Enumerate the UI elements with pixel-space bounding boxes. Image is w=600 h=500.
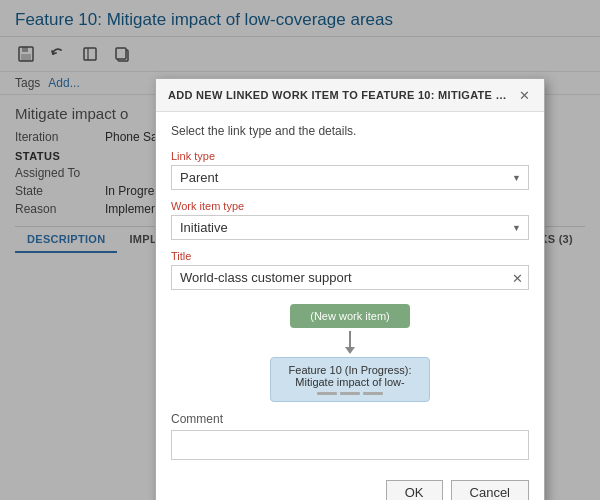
title-label: Title (171, 250, 529, 262)
new-work-item-node: (New work item) (290, 304, 410, 328)
dialog-body: Select the link type and the details. Li… (156, 112, 544, 472)
title-clear-button[interactable]: ✕ (512, 270, 523, 285)
link-type-label: Link type (171, 150, 529, 162)
cancel-button[interactable]: Cancel (451, 480, 529, 500)
dialog-subtitle: Select the link type and the details. (171, 124, 529, 138)
comment-label: Comment (171, 412, 529, 426)
arrow-head (345, 347, 355, 354)
link-type-group: Link type Parent Child Related Duplicate (171, 150, 529, 190)
link-type-select-wrapper: Parent Child Related Duplicate (171, 165, 529, 190)
link-type-select[interactable]: Parent Child Related Duplicate (171, 165, 529, 190)
comment-input[interactable] (171, 430, 529, 460)
work-item-type-select[interactable]: Initiative Feature Epic Story Task Bug (171, 215, 529, 240)
work-item-type-select-wrapper: Initiative Feature Epic Story Task Bug (171, 215, 529, 240)
dialog-footer: OK Cancel (156, 472, 544, 500)
dialog-close-button[interactable]: ✕ (516, 87, 532, 103)
flow-diagram: (New work item) Feature 10 (In Progress)… (171, 304, 529, 402)
ok-button[interactable]: OK (386, 480, 443, 500)
comment-section: Comment (171, 412, 529, 460)
existing-node-label: Feature 10 (In Progress):Mitigate impact… (289, 364, 412, 388)
dialog-title: ADD NEW LINKED WORK ITEM TO FEATURE 10: … (168, 89, 508, 101)
title-input-wrapper: ✕ (171, 265, 529, 290)
dialog: ADD NEW LINKED WORK ITEM TO FEATURE 10: … (155, 78, 545, 500)
existing-work-item-node: Feature 10 (In Progress):Mitigate impact… (270, 357, 430, 402)
title-input[interactable] (171, 265, 529, 290)
dialog-header: ADD NEW LINKED WORK ITEM TO FEATURE 10: … (156, 79, 544, 112)
work-item-type-label: Work item type (171, 200, 529, 212)
work-item-type-group: Work item type Initiative Feature Epic S… (171, 200, 529, 240)
arrow-line (349, 331, 351, 347)
title-group: Title ✕ (171, 250, 529, 290)
flow-arrow (345, 331, 355, 354)
